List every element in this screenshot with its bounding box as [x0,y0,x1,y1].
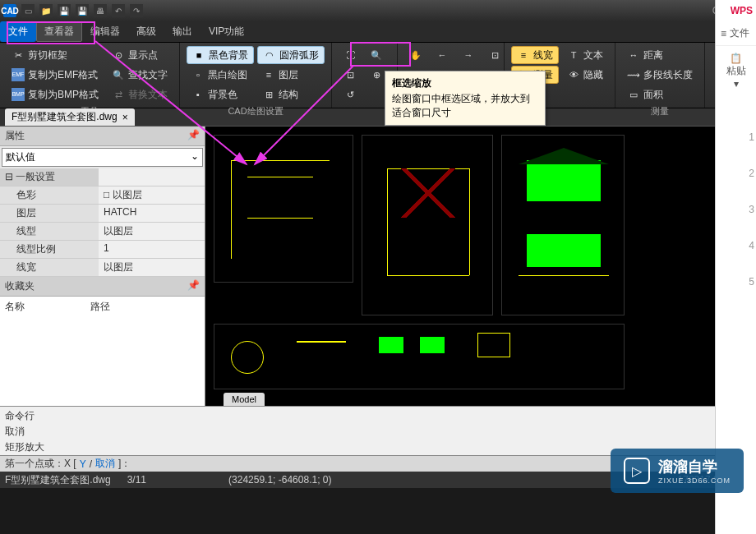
main-area: 属性📌 默认值⌄ ⊟ 一般设置 色彩□ 以图层 图层HATCH 线型以图层 线型… [0,127,756,406]
wps-ruler: 12345 [749,131,754,288]
menu-viewer[interactable]: 查看器 [36,21,82,42]
properties-panel: 属性📌 默认值⌄ ⊟ 一般设置 色彩□ 以图层 图层HATCH 线型以图层 线型… [0,127,205,406]
doc-tab-close[interactable]: × [122,112,128,123]
cmd-line1: 取消 [5,424,751,440]
ribbon-draw-label: CAD绘图设置 [187,104,325,117]
nav-right-btn[interactable]: → [457,46,480,64]
ribbon-draw: ■黑色背景 ▫黑白绘图 ▪背景色 ◠圆滑弧形 ≡图层 ⊞结构 CAD绘图设置 [180,43,332,108]
props-general[interactable]: ⊟ 一般设置 [0,168,99,186]
status-y-link[interactable]: Y [80,458,86,470]
drawing-canvas[interactable]: Model [205,127,756,406]
pin-icon[interactable]: 📌 [187,279,200,293]
table-row: 线型以图层 [0,223,205,241]
zoom-extents-btn[interactable]: ⊡ [339,66,362,84]
menubar: 文件 查看器 编辑器 高级 输出 VIP功能 ✎ [0,21,756,43]
props-table: ⊟ 一般设置 色彩□ 以图层 图层HATCH 线型以图层 线型比例1 线宽以图层 [0,168,205,277]
hide-btn[interactable]: 👁隐藏 [562,66,608,84]
menu-editor[interactable]: 编辑器 [82,21,128,42]
struct-btn[interactable]: ⊞结构 [257,85,325,104]
favorites-panel: 名称路径 [0,297,205,406]
pan-btn[interactable]: ✋ [404,46,427,64]
distance-btn[interactable]: ↔距离 [622,46,698,64]
show-point-btn[interactable]: ⊙显示点 [107,46,173,64]
watermark-logo-icon: ▷ [624,458,650,484]
zoom-in-btn[interactable]: 🔍 [365,46,388,64]
tooltip-body: 绘图窗口中框选区域，并放大到适合窗口尺寸 [392,92,538,120]
fav-col-path: 路径 [90,300,110,314]
table-row: 线宽以图层 [0,259,205,277]
cad-logo: CAD [3,4,16,17]
lineweight-btn[interactable]: ≡线宽 [511,46,559,64]
status-coords: (324259.1; -64608.1; 0) [228,474,331,486]
cmd-label: 命令行 [5,408,751,424]
fav-col-name: 名称 [5,300,25,314]
bw-draw-btn[interactable]: ▫黑白绘图 [187,66,254,84]
pin-icon[interactable]: 📌 [187,129,200,143]
undo-icon[interactable]: ↶ [112,4,125,17]
watermark: ▷ 溜溜自学 ZIXUE.3D66.COM [611,449,744,493]
wps-paste-btn[interactable]: 📋粘贴 ▾ [716,46,756,96]
saveas-icon[interactable]: 💾 [76,4,89,17]
menu-output[interactable]: 输出 [164,21,201,42]
menu-vip[interactable]: VIP功能 [201,21,252,42]
polyline-len-btn[interactable]: ⟿多段线长度 [622,66,698,84]
doc-tab-name: F型别墅建筑全套图.dwg [12,110,118,124]
print-icon[interactable]: 🖶 [94,4,107,17]
ribbon-dim: ↔距离 ⟿多段线长度 ▭面积 测量 [615,43,705,108]
text-btn[interactable]: T文本 [562,46,608,64]
wps-file-tab[interactable]: ≡ 文件 [716,21,756,46]
fav-header: 收藏夹📌 [0,277,205,297]
ribbon-dim-label: 测量 [622,104,698,117]
redo-icon[interactable]: ↷ [130,4,143,17]
tooltip: 框选缩放 绘图窗口中框选区域，并放大到适合窗口尺寸 [385,71,546,126]
zoom-prev-btn[interactable]: ↺ [339,85,362,104]
menu-advanced[interactable]: 高级 [128,21,164,42]
wps-brand: WPS [731,5,753,16]
props-selector[interactable]: 默认值⌄ [2,148,203,167]
open-icon[interactable]: 📁 [39,4,53,17]
find-text-btn[interactable]: 🔍查找文字 [107,66,173,84]
black-bg-btn[interactable]: ■黑色背景 [187,46,254,64]
zoom-window-btn[interactable]: ⛶ [339,46,362,64]
copy-bmp-btn[interactable]: BMP复制为BMP格式 [7,85,104,104]
menu-file[interactable]: 文件 [0,21,36,42]
doc-tab[interactable]: F型别墅建筑全套图.dwg × [5,108,135,126]
arc-btn[interactable]: ◠圆滑弧形 [257,46,325,64]
command-panel: 命令行 取消 矩形放大 [0,406,756,455]
table-row: 图层HATCH [0,205,205,223]
status-page: 3/11 [127,474,146,486]
status-file: F型别墅建筑全套图.dwg [5,473,111,487]
table-row: 色彩□ 以图层 [0,186,205,205]
layer-btn[interactable]: ≡图层 [257,66,325,84]
ribbon: ✂剪切框架 EMF复制为EMF格式 BMP复制为BMP格式 ⊙显示点 🔍查找文字… [0,43,756,108]
cut-frame-btn[interactable]: ✂剪切框架 [7,46,104,64]
table-row: 线型比例1 [0,241,205,259]
status-cancel-link[interactable]: 取消 [95,457,115,471]
watermark-zh: 溜溜自学 [658,457,731,476]
chevron-down-icon: ⌄ [191,150,199,164]
replace-btn[interactable]: ⇄替换文本 [107,85,173,104]
nav-left-btn[interactable]: ← [431,46,454,64]
copy-emf-btn[interactable]: EMF复制为EMF格式 [7,66,104,84]
area-btn[interactable]: ▭面积 [622,85,698,104]
nav-misc1[interactable]: ⊡ [483,46,506,64]
ribbon-tools: ✂剪切框架 EMF复制为EMF格式 BMP复制为BMP格式 ⊙显示点 🔍查找文字… [0,43,180,108]
new-icon[interactable]: ▭ [21,4,35,17]
titlebar: CAD ▭ 📁 💾 💾 🖶 ↶ ↷ CAD转换 [0,0,756,21]
watermark-en: ZIXUE.3D66.COM [658,476,731,485]
bgcolor-btn[interactable]: ▪背景色 [187,85,254,104]
save-icon[interactable]: 💾 [58,4,71,17]
tooltip-title: 框选缩放 [392,76,538,90]
props-header: 属性📌 [0,127,205,146]
model-tab[interactable]: Model [224,393,265,406]
